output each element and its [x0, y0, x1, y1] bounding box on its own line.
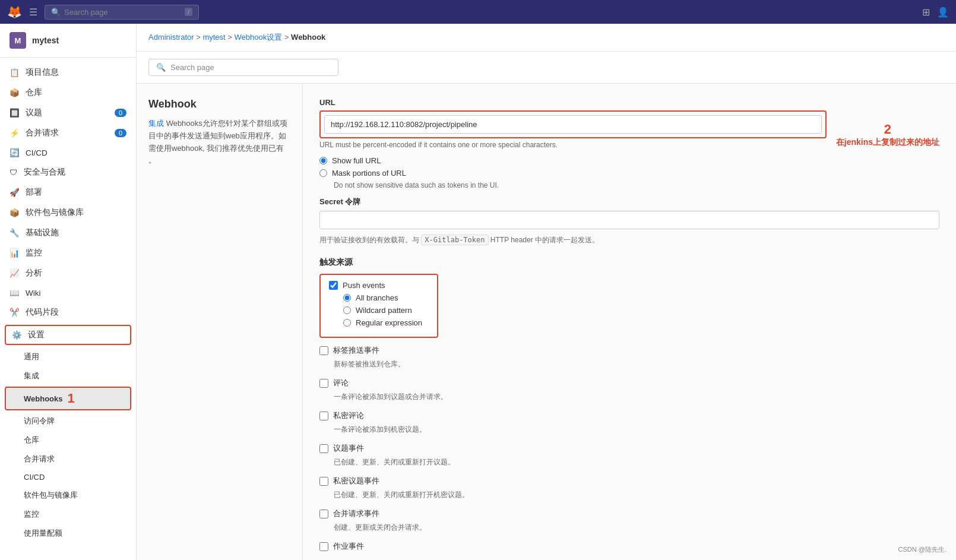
sidebar-item-infrastructure[interactable]: 🔧 基础设施 [0, 223, 136, 243]
sidebar-item-security[interactable]: 🛡 安全与合规 [0, 162, 136, 182]
sidebar-item-snippets[interactable]: ✂️ 代码片段 [0, 302, 136, 322]
repository-icon: 📦 [10, 88, 20, 97]
search-page-bar[interactable]: 🔍 Search page [148, 59, 338, 76]
sidebar-item-merge-requests[interactable]: ⚡ 合并请求 0 [0, 123, 136, 143]
sidebar-sub-item-cicd[interactable]: CI/CD [0, 469, 136, 486]
regular-expression-radio[interactable] [343, 319, 351, 327]
push-events-checkbox[interactable] [329, 281, 338, 290]
search-input[interactable] [64, 8, 181, 17]
confidential-issue-events-checkbox-label[interactable]: 私密议题事件 [319, 476, 939, 486]
confidential-issue-events-trigger: 私密议题事件 已创建、更新、关闭或重新打开机密议题。 [319, 476, 939, 500]
sidebar-sub-item-general[interactable]: 通用 [0, 347, 136, 366]
confidential-comments-checkbox[interactable] [319, 412, 328, 420]
sidebar-item-cicd[interactable]: 🔄 CI/CD [0, 143, 136, 162]
merge-request-events-checkbox[interactable] [319, 510, 328, 518]
mask-portions-radio[interactable]: Mask portions of URL [319, 169, 827, 178]
merge-request-events-desc: 创建、更新或关闭合并请求。 [334, 523, 939, 533]
issue-events-checkbox[interactable] [319, 444, 328, 453]
url-input[interactable] [324, 115, 822, 134]
sidebar-label-project-info: 项目信息 [26, 67, 59, 78]
search-bar[interactable]: 🔍 / [45, 5, 199, 20]
analytics-icon: 📈 [10, 268, 20, 278]
webhook-form-panel: URL URL must be percent-encoded if it co… [303, 84, 956, 560]
breadcrumb-project[interactable]: mytest [202, 33, 225, 42]
breadcrumb-sep-1: > [196, 33, 202, 42]
tag-push-desc: 新标签被推送到仓库。 [334, 359, 939, 369]
job-events-checkbox-label[interactable]: 作业事件 [319, 541, 939, 552]
all-branches-radio-label[interactable]: All branches [343, 293, 429, 302]
sidebar-label-snippets: 代码片段 [26, 307, 59, 318]
merge-request-events-trigger: 合并请求事件 创建、更新或关闭合并请求。 [319, 508, 939, 533]
sidebar-sub-item-merge[interactable]: 合并请求 [0, 450, 136, 469]
sidebar-label-infrastructure: 基础设施 [26, 227, 59, 238]
sidebar-sub-item-repository[interactable]: 仓库 [0, 431, 136, 450]
user-icon[interactable]: 👤 [937, 7, 949, 18]
comments-label: 评论 [333, 378, 349, 388]
wildcard-pattern-radio[interactable] [343, 306, 351, 314]
sidebar-sub-item-integrations[interactable]: 集成 [0, 366, 136, 385]
merge-request-events-label: 合并请求事件 [333, 508, 379, 519]
confidential-comments-checkbox-label[interactable]: 私密评论 [319, 410, 939, 421]
confidential-issue-events-checkbox[interactable] [319, 477, 328, 486]
hamburger-icon[interactable]: ☰ [29, 7, 37, 18]
wiki-icon: 📖 [10, 288, 20, 298]
mask-note: Do not show sensitive data such as token… [334, 181, 827, 189]
comments-desc: 一条评论被添加到议题或合并请求。 [334, 392, 939, 402]
show-full-url-radio[interactable]: Show full URL [319, 156, 827, 165]
confidential-comments-trigger: 私密评论 一条评论被添加到机密议题。 [319, 410, 939, 435]
webhook-description: 集成 Webhooks允许您针对某个群组或项目中的事件发送通知到web应用程序。… [148, 118, 290, 167]
issue-events-trigger: 议题事件 已创建、更新、关闭或重新打开议题。 [319, 443, 939, 467]
sidebar-item-deploy[interactable]: 🚀 部署 [0, 182, 136, 203]
issues-badge: 0 [115, 109, 126, 117]
comments-checkbox-label[interactable]: 评论 [319, 378, 939, 388]
sidebar-item-issues[interactable]: 🔲 议题 0 [0, 103, 136, 123]
sidebar-sub-item-packages[interactable]: 软件包与镜像库 [0, 486, 136, 505]
sidebar-item-project-info[interactable]: 📋 项目信息 [0, 62, 136, 83]
security-icon: 🛡 [10, 168, 18, 177]
breadcrumb-admin[interactable]: Administrator [148, 33, 194, 42]
sidebar-item-monitor[interactable]: 📊 监控 [0, 243, 136, 263]
sidebar-label-monitor: 监控 [26, 248, 42, 258]
confidential-issue-events-label: 私密议题事件 [333, 476, 379, 486]
push-events-checkbox-label[interactable]: Push events [329, 281, 429, 290]
wildcard-pattern-radio-label[interactable]: Wildcard pattern [343, 306, 429, 315]
url-field-label: URL [319, 98, 827, 107]
merge-request-events-checkbox-label[interactable]: 合并请求事件 [319, 508, 939, 519]
sidebar-item-packages[interactable]: 📦 软件包与镜像库 [0, 203, 136, 223]
issue-events-checkbox-label[interactable]: 议题事件 [319, 443, 939, 454]
push-events-trigger-box: Push events All branches Wildcard patter… [319, 274, 438, 338]
sidebar-item-settings[interactable]: ⚙️ 设置 [5, 325, 131, 345]
all-branches-label: All branches [356, 293, 398, 302]
sidebar-project-header: M mytest [0, 24, 136, 58]
secret-input[interactable] [319, 211, 939, 229]
show-full-url-input[interactable] [319, 157, 327, 164]
window-icon[interactable]: ⊞ [922, 7, 930, 18]
sidebar-sub-item-usage[interactable]: 使用量配额 [0, 524, 136, 543]
tag-push-checkbox[interactable] [319, 346, 328, 355]
top-navigation: 🦊 ☰ 🔍 / ⊞ 👤 [0, 0, 956, 24]
webhooks-label: Webhooks [24, 394, 63, 403]
job-events-checkbox[interactable] [319, 542, 328, 551]
sidebar-sub-item-access-tokens[interactable]: 访问令牌 [0, 412, 136, 431]
url-note: URL must be percent-encoded if it contai… [319, 141, 827, 149]
job-events-trigger: 作业事件 [319, 541, 939, 552]
tag-push-checkbox-label[interactable]: 标签推送事件 [319, 345, 939, 356]
sidebar-item-repository[interactable]: 📦 仓库 [0, 83, 136, 103]
issue-events-desc: 已创建、更新、关闭或重新打开议题。 [334, 457, 939, 467]
sidebar-item-analytics[interactable]: 📈 分析 [0, 263, 136, 283]
mask-portions-input[interactable] [319, 169, 327, 177]
integrations-link[interactable]: 集成 [148, 119, 164, 128]
cicd-icon: 🔄 [10, 148, 20, 157]
comments-checkbox[interactable] [319, 379, 328, 388]
sidebar-sub-item-monitor[interactable]: 监控 [0, 505, 136, 524]
all-branches-radio[interactable] [343, 294, 351, 302]
sidebar-sub-item-webhooks[interactable]: Webhooks 1 [5, 387, 131, 410]
url-display-options: Show full URL Mask portions of URL Do no… [319, 156, 827, 189]
issue-events-label: 议题事件 [333, 443, 364, 454]
breadcrumb-webhook-settings[interactable]: Webhook设置 [235, 33, 283, 42]
secret-code: X-Gitlab-Token [421, 235, 488, 245]
url-field-wrapper [319, 110, 827, 138]
regular-expression-radio-label[interactable]: Regular expression [343, 318, 429, 327]
monitor-icon: 📊 [10, 248, 20, 258]
sidebar-item-wiki[interactable]: 📖 Wiki [0, 283, 136, 302]
